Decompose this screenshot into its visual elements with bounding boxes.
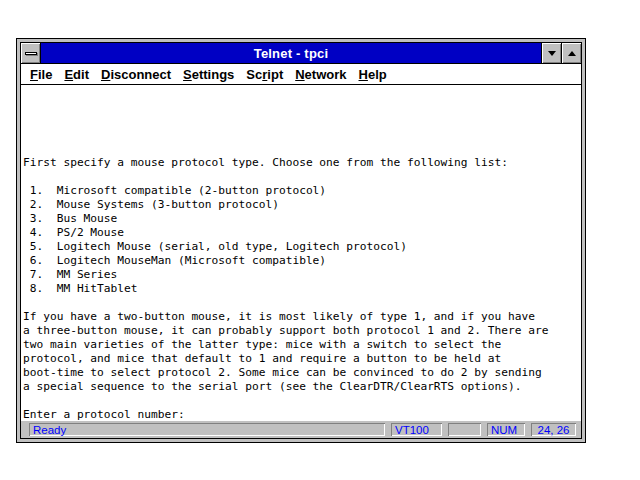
- menu-item-help[interactable]: Help: [353, 67, 393, 82]
- menu-label-part: elp: [368, 67, 387, 82]
- status-message: Ready: [33, 424, 66, 436]
- status-cursor-panel: 24, 26: [531, 423, 576, 436]
- terminal-line: [23, 142, 581, 156]
- menu-mnemonic: F: [30, 67, 38, 82]
- window-inner-frame: Telnet - tpci File Edit Disconnect Setti…: [20, 42, 582, 439]
- terminal-line: 8. MM HitTablet: [23, 282, 581, 296]
- menu-mnemonic: H: [359, 67, 368, 82]
- terminal-line: [23, 114, 581, 128]
- telnet-window: Telnet - tpci File Edit Disconnect Setti…: [16, 38, 586, 443]
- numlock-indicator: NUM: [491, 424, 517, 436]
- minimize-button[interactable]: [541, 43, 561, 63]
- menu-label-part: dit: [73, 67, 89, 82]
- terminal-line: a special sequence to the serial port (s…: [23, 380, 581, 394]
- window-title: Telnet - tpci: [41, 43, 541, 63]
- minimize-icon: [548, 51, 556, 56]
- menu-label-part: etwork: [305, 67, 347, 82]
- maximize-icon: [568, 51, 576, 56]
- status-emulation-panel: VT100: [391, 423, 442, 436]
- terminal-screen[interactable]: First specify a mouse protocol type. Cho…: [21, 85, 581, 421]
- terminal-line: two main varieties of the latter type: m…: [23, 338, 581, 352]
- menu-label-part: ipt: [267, 67, 283, 82]
- status-numlock-panel: NUM: [487, 423, 525, 436]
- terminal-line: 2. Mouse Systems (3-button protocol): [23, 198, 581, 212]
- terminal-line: 4. PS/2 Mouse: [23, 226, 581, 240]
- menu-label-part: Sc: [246, 67, 262, 82]
- status-extra-panel: [448, 423, 481, 436]
- menu-mnemonic: E: [64, 67, 73, 82]
- menu-item-disconnect[interactable]: Disconnect: [95, 67, 177, 82]
- menu-item-edit[interactable]: Edit: [58, 67, 95, 82]
- terminal-line: 5. Logitech Mouse (serial, old type, Log…: [23, 240, 581, 254]
- terminal-line: protocol, and mice that default to 1 and…: [23, 352, 581, 366]
- menu-mnemonic: N: [295, 67, 304, 82]
- status-message-panel: Ready: [29, 423, 385, 436]
- title-bar: Telnet - tpci: [21, 43, 581, 64]
- terminal-line: 1. Microsoft compatible (2-button protoc…: [23, 184, 581, 198]
- status-bar: Ready VT100 NUM 24, 26: [21, 421, 581, 438]
- cursor-position: 24, 26: [538, 424, 570, 436]
- terminal-line: [23, 128, 581, 142]
- terminal-line: 7. MM Series: [23, 268, 581, 282]
- menu-label-part: isconnect: [110, 67, 171, 82]
- terminal-line: First specify a mouse protocol type. Cho…: [23, 156, 581, 170]
- menu-item-network[interactable]: Network: [289, 67, 352, 82]
- menu-label-part: ile: [38, 67, 52, 82]
- menu-mnemonic: D: [101, 67, 110, 82]
- terminal-line: [23, 296, 581, 310]
- system-menu-button[interactable]: [21, 43, 41, 63]
- menu-label-part: ettings: [192, 67, 235, 82]
- maximize-button[interactable]: [561, 43, 581, 63]
- terminal-line: a three-button mouse, it can probably su…: [23, 324, 581, 338]
- terminal-line: [23, 170, 581, 184]
- terminal-line: [23, 394, 581, 408]
- terminal-line: 6. Logitech MouseMan (Microsoft compatib…: [23, 254, 581, 268]
- menu-bar: File Edit Disconnect Settings Script Net…: [21, 64, 581, 85]
- system-menu-icon: [25, 52, 37, 55]
- menu-item-file[interactable]: File: [24, 67, 58, 82]
- menu-mnemonic: S: [183, 67, 192, 82]
- terminal-line: [23, 86, 581, 100]
- menu-item-settings[interactable]: Settings: [177, 67, 240, 82]
- terminal-line: boot-time to select protocol 2. Some mic…: [23, 366, 581, 380]
- emulation-label: VT100: [395, 424, 429, 436]
- terminal-line: If you have a two-button mouse, it is mo…: [23, 310, 581, 324]
- terminal-line: Enter a protocol number:: [23, 408, 581, 421]
- terminal-line: 3. Bus Mouse: [23, 212, 581, 226]
- terminal-line: [23, 100, 581, 114]
- menu-item-script[interactable]: Script: [240, 67, 289, 82]
